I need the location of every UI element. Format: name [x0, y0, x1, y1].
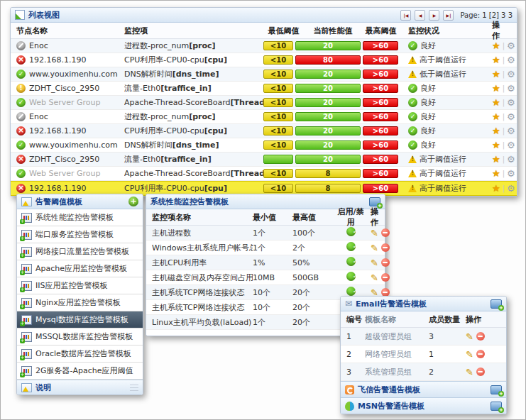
- table-row[interactable]: Enoc 进程数-proc_num[proc] <10 20 >60 良好: [11, 110, 517, 124]
- ops-divider: [503, 70, 505, 79]
- edit-icon[interactable]: [371, 258, 378, 268]
- template-list-item[interactable]: Oracle数据库监控告警模板: [17, 346, 143, 363]
- favorite-star-icon[interactable]: [492, 183, 500, 194]
- table-row[interactable]: Enoc 进程数-proc_num[proc] <10 20 >60 良好: [11, 39, 517, 53]
- add-template-button[interactable]: [491, 385, 502, 394]
- current-value-bar: 8: [295, 184, 361, 193]
- delete-icon[interactable]: [381, 273, 390, 282]
- settings-gear-icon[interactable]: [507, 154, 515, 165]
- edit-icon[interactable]: [371, 228, 378, 238]
- table-row[interactable]: ZDHT_Cisco_2950 流量-Eth0[traffice_in] <10…: [11, 82, 517, 96]
- monitor-tag: [proc]: [189, 41, 215, 50]
- delete-icon[interactable]: [381, 258, 390, 267]
- max-threshold-bar: >60: [363, 126, 398, 136]
- template-list-item[interactable]: IIS应用监控告警模板: [17, 277, 143, 294]
- collapsed-template-bar[interactable]: MSN告警通告模板: [341, 397, 506, 414]
- template-list-item[interactable]: Apache应用监控告警模板: [17, 260, 143, 277]
- edit-icon[interactable]: [371, 272, 378, 283]
- table-row[interactable]: ZDHT_Cisco_2950 流量-Eth0[traffice_in] 20 …: [11, 153, 517, 167]
- favorite-star-icon[interactable]: [492, 168, 500, 179]
- first-page-button[interactable]: [400, 10, 411, 21]
- template-label: 系统性能监控告警模板: [35, 212, 114, 223]
- enabled-check-icon[interactable]: [346, 257, 356, 266]
- table-row[interactable]: www.youximenhu.com DNS解析时间[dns_time] <10…: [11, 138, 517, 153]
- monitor-item-name: 主机磁盘空间及内存空间占用: [146, 272, 253, 283]
- template-list-item[interactable]: Mysql数据库监控告警模板: [17, 311, 143, 328]
- prev-page-button[interactable]: [415, 10, 425, 21]
- delete-icon[interactable]: [476, 368, 485, 376]
- settings-gear-icon[interactable]: [507, 183, 515, 194]
- favorite-star-icon[interactable]: [492, 55, 500, 65]
- settings-gear-icon[interactable]: [507, 97, 515, 108]
- next-page-button[interactable]: [429, 10, 439, 21]
- template-list-item[interactable]: 网络接口流量监控告警模板: [17, 243, 143, 260]
- favorite-star-icon[interactable]: [492, 97, 500, 108]
- delete-icon[interactable]: [476, 332, 485, 341]
- template-list-item[interactable]: 2G服务器-Apache应用阈值: [17, 363, 143, 380]
- edit-icon[interactable]: [466, 349, 473, 360]
- table-row[interactable]: Web Server Group Apache-Thread-ScoreBoar…: [11, 167, 517, 181]
- favorite-star-icon[interactable]: [492, 83, 500, 94]
- delete-icon[interactable]: [381, 243, 390, 252]
- add-template-button[interactable]: [491, 402, 502, 411]
- monitor-name: 流量-Eth0: [124, 84, 160, 93]
- max-threshold-bar: >60: [363, 155, 398, 164]
- template-label: 2G服务器-Apache应用阈值: [35, 365, 133, 376]
- enabled-check-icon[interactable]: [346, 272, 356, 281]
- delete-icon[interactable]: [381, 228, 390, 237]
- settings-gear-icon[interactable]: [507, 126, 515, 136]
- column-min: 最低阈值: [263, 26, 304, 36]
- favorite-star-icon[interactable]: [492, 126, 500, 136]
- table-row[interactable]: www.youximenhu.com DNS解析时间[dns_time] <10…: [11, 67, 517, 82]
- template-list-item[interactable]: Nginx应用监控告警模板: [17, 294, 143, 311]
- settings-gear-icon[interactable]: [507, 140, 515, 150]
- table-row[interactable]: 192.168.1.190 CPU利用率-CPU0-cpu[cpu] <10 2…: [11, 124, 517, 138]
- node-status-icon: [16, 112, 26, 121]
- monitoring-status-text: 良好: [420, 111, 436, 122]
- add-email-template-button[interactable]: [491, 299, 502, 309]
- enabled-check-icon[interactable]: [346, 287, 356, 296]
- favorite-star-icon[interactable]: [492, 154, 500, 165]
- settings-gear-icon[interactable]: [507, 83, 515, 94]
- monitor-tag: [ThreadW]: [231, 98, 263, 107]
- collapsed-template-bar[interactable]: 飞信告警通告模板: [341, 381, 506, 397]
- add-template-button[interactable]: [128, 197, 138, 206]
- template-list-item[interactable]: 系统性能监控告警模板: [17, 209, 143, 226]
- favorite-star-icon[interactable]: [492, 40, 500, 51]
- messenger-icon: [345, 385, 354, 394]
- settings-gear-icon[interactable]: [507, 69, 515, 79]
- settings-gear-icon[interactable]: [507, 111, 515, 122]
- settings-gear-icon[interactable]: [507, 55, 515, 65]
- edit-icon[interactable]: [466, 331, 473, 342]
- monitoring-status-text: 良好: [420, 140, 436, 150]
- favorite-star-icon[interactable]: [492, 111, 500, 122]
- table-row[interactable]: 192.168.1.190 CPU利用率-CPU0-cpu[cpu] <10 8…: [11, 53, 517, 67]
- favorite-star-icon[interactable]: [492, 140, 500, 150]
- monitoring-status-text: 低于阈值运行: [420, 69, 466, 79]
- table-row[interactable]: Web Server Group Apache-Thread-ScoreBoar…: [11, 96, 517, 110]
- column-perf-ops: 操作: [368, 206, 385, 228]
- delete-icon[interactable]: [476, 350, 485, 358]
- settings-gear-icon[interactable]: [507, 168, 515, 179]
- resize-grip-icon[interactable]: [130, 385, 138, 391]
- monitoring-status-icon: [408, 41, 417, 50]
- monitoring-status-icon: [408, 70, 417, 78]
- monitor-name: CPU利用率-CPU0-cpu: [124, 184, 204, 193]
- template-list-item[interactable]: MSSQL数据库监控告警模板: [17, 328, 143, 346]
- template-list-item[interactable]: 端口服务监控告警模板: [17, 226, 143, 243]
- enabled-check-icon[interactable]: [346, 227, 356, 236]
- pagination-label[interactable]: Page: 1 [2] 3 3: [460, 11, 513, 19]
- enabled-check-icon[interactable]: [346, 242, 356, 251]
- edit-icon[interactable]: [466, 367, 473, 377]
- monitor-tag: [cpu]: [204, 126, 227, 136]
- settings-gear-icon[interactable]: [507, 40, 515, 51]
- add-monitor-item-button[interactable]: [369, 197, 380, 206]
- monitor-name: Apache-Thread-ScoreBoard: [124, 169, 231, 178]
- monitoring-status-icon: [408, 56, 417, 64]
- last-page-button[interactable]: [443, 10, 454, 21]
- template-panel-footer[interactable]: 说明: [17, 380, 143, 394]
- monitor-tag: [proc]: [189, 112, 215, 121]
- favorite-star-icon[interactable]: [492, 69, 500, 79]
- ops-divider: [503, 55, 505, 65]
- edit-icon[interactable]: [371, 243, 378, 253]
